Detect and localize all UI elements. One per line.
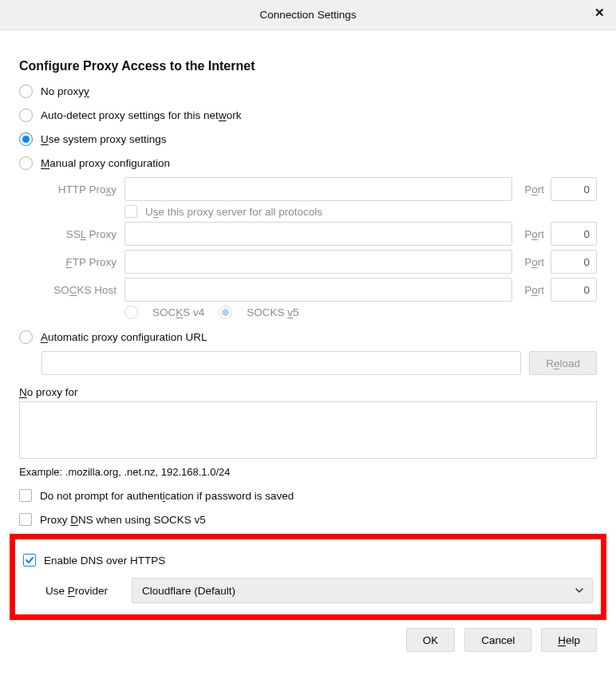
label-enable-doh[interactable]: Enable DNS over HTTPS [44,555,165,567]
ssl-proxy-label: SSL Proxy [41,228,124,240]
label-manual[interactable]: Manual proxy configuration [41,157,170,169]
cancel-button[interactable]: Cancel [464,628,531,652]
label-proxy-dns[interactable]: Proxy DNS when using SOCKS v5 [40,514,206,526]
no-proxy-for-textarea[interactable] [19,401,597,459]
label-use-all-protocols: Use this proxy server for all protocols [145,206,322,218]
radio-use-system[interactable] [19,132,33,146]
checkbox-enable-doh[interactable] [23,554,36,567]
checkbox-no-auth-prompt[interactable] [19,489,32,502]
checkbox-proxy-dns[interactable] [19,513,32,526]
no-proxy-for-label: No proxy for [19,386,597,398]
radio-socks-v5[interactable] [219,306,232,319]
label-auto-url[interactable]: Automatic proxy configuration URL [41,331,207,343]
ftp-proxy-input[interactable] [124,250,512,274]
provider-select[interactable]: Cloudflare (Default) [132,578,593,603]
ok-button[interactable]: OK [406,628,456,652]
chevron-down-icon [575,586,584,598]
label-use-system[interactable]: Use system proxy settings [41,133,167,145]
http-proxy-input[interactable] [124,177,512,201]
dialog-content: Configure Proxy Access to the Internet N… [0,30,616,660]
http-proxy-label: HTTP Proxy [41,184,124,195]
label-no-proxy[interactable]: No proxyy [41,85,89,97]
titlebar: Connection Settings ✕ [0,0,616,30]
label-socks-v4: SOCKS v4 [152,306,204,318]
close-icon[interactable]: ✕ [594,6,605,18]
check-icon [25,555,34,565]
http-port-input[interactable] [551,177,597,201]
section-heading: Configure Proxy Access to the Internet [19,59,597,73]
label-no-auth-prompt[interactable]: Do not prompt for authentication if pass… [40,490,294,502]
radio-socks-v4[interactable] [124,306,138,319]
radio-auto-url[interactable] [19,330,33,344]
ssl-port-input[interactable] [551,222,597,246]
socks-host-input[interactable] [124,278,512,302]
label-auto-detect[interactable]: Auto-detect proxy settings for this netw… [41,109,241,121]
radio-auto-detect[interactable] [19,109,33,122]
use-provider-label: Use Provider [45,585,132,597]
button-bar: OK Cancel Help [19,628,597,652]
provider-value: Cloudflare (Default) [142,585,235,597]
ssl-proxy-input[interactable] [124,222,512,246]
radio-no-proxy[interactable] [19,85,33,98]
radio-manual[interactable] [19,156,33,170]
label-socks-v5: SOCKS v5 [247,306,298,318]
no-proxy-example: Example: .mozilla.org, .net.nz, 192.168.… [19,466,597,478]
ftp-port-label: Port [512,256,551,268]
help-button[interactable]: Help [541,628,597,652]
socks-port-input[interactable] [551,278,597,302]
checkbox-use-all-protocols[interactable] [124,205,137,218]
ssl-port-label: Port [512,228,551,240]
socks-port-label: Port [512,284,551,296]
dns-over-https-highlight: Enable DNS over HTTPS Use Provider Cloud… [10,534,606,620]
reload-button[interactable]: Reload [529,351,597,375]
ftp-proxy-label: FTP Proxy [41,256,124,268]
dialog-title: Connection Settings [260,9,357,21]
auto-config-url-input[interactable] [41,351,521,375]
ftp-port-input[interactable] [551,250,597,274]
socks-host-label: SOCKS Host [41,284,124,296]
http-port-label: Port [512,184,551,195]
manual-proxy-block: HTTP Proxy Port Use this proxy server fo… [19,177,597,319]
